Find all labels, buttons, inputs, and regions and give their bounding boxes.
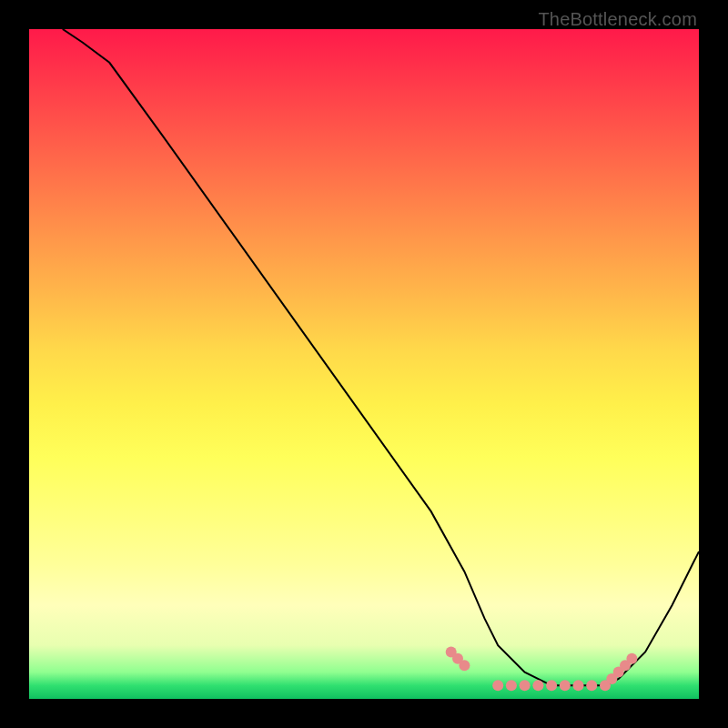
svg-point-5 xyxy=(520,680,531,691)
chart-plot-area xyxy=(29,29,699,699)
svg-point-1 xyxy=(452,653,463,664)
svg-point-11 xyxy=(600,680,611,691)
svg-point-6 xyxy=(532,680,543,691)
svg-point-12 xyxy=(606,673,617,684)
svg-point-14 xyxy=(620,660,631,671)
svg-point-4 xyxy=(506,680,517,691)
chart-svg xyxy=(29,29,699,699)
svg-point-7 xyxy=(546,680,557,691)
svg-point-3 xyxy=(492,680,503,691)
svg-point-8 xyxy=(560,680,571,691)
svg-point-0 xyxy=(446,647,457,658)
svg-point-13 xyxy=(613,667,624,678)
marker-dots xyxy=(446,647,638,692)
curve-line xyxy=(63,29,699,685)
svg-point-10 xyxy=(586,680,597,691)
svg-point-15 xyxy=(626,653,637,664)
watermark-text: TheBottleneck.com xyxy=(538,9,697,30)
svg-point-9 xyxy=(573,680,584,691)
svg-point-2 xyxy=(459,660,470,671)
